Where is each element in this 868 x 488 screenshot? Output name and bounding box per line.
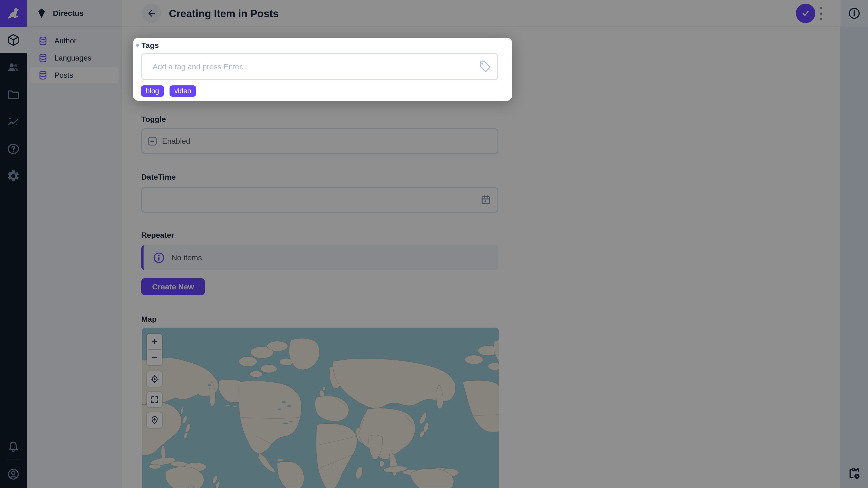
- tag-chip[interactable]: blog: [141, 86, 164, 97]
- tags-chip-list: blog video: [141, 86, 196, 97]
- tags-input-wrapper: [141, 53, 498, 80]
- tags-field-card: Tags blog video: [133, 38, 512, 101]
- tags-input[interactable]: [152, 54, 473, 79]
- edited-dot-icon: [136, 44, 139, 47]
- tag-icon: [479, 60, 491, 73]
- tags-label-row: Tags: [136, 41, 159, 50]
- tags-field-label: Tags: [142, 41, 159, 50]
- tag-chip[interactable]: video: [169, 86, 196, 97]
